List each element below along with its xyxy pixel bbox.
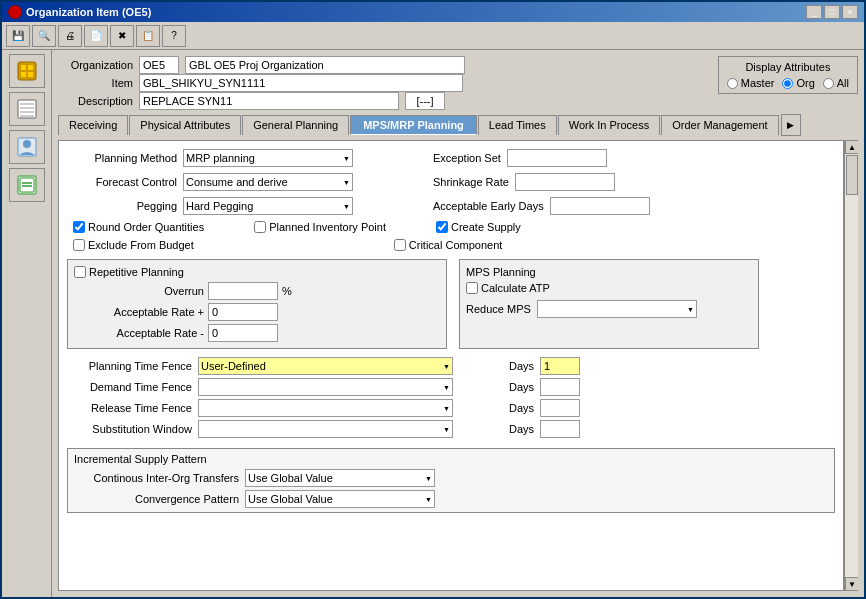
org-name-input[interactable] — [185, 56, 465, 74]
demand-tf-label: Demand Time Fence — [67, 381, 192, 393]
toolbar-delete-button[interactable]: ✖ — [110, 25, 134, 47]
tab-general[interactable]: General Planning — [242, 115, 349, 135]
desc-label: Description — [58, 95, 133, 107]
sidebar-btn-3[interactable] — [9, 130, 45, 164]
continuous-label: Continous Inter-Org Transfers — [74, 472, 239, 484]
panel-content: Planning Method MRP planning MPS plannin… — [67, 149, 835, 582]
demand-tf-select-wrapper: User-Defined — [198, 378, 453, 396]
radio-org: Org — [782, 77, 814, 89]
substitution-window-select[interactable]: User-Defined — [198, 420, 453, 438]
tab-wip[interactable]: Work In Process — [558, 115, 661, 135]
critical-component-checkbox[interactable] — [394, 239, 406, 251]
forecast-control-label: Forecast Control — [67, 176, 177, 188]
reduce-mps-row: Reduce MPS Use Global Value — [466, 300, 752, 318]
demand-tf-row: Demand Time Fence User-Defined Days — [67, 378, 835, 396]
forecast-control-select[interactable]: Consume and derive Consume Derive — [183, 173, 353, 191]
release-tf-select[interactable]: User-Defined — [198, 399, 453, 417]
convergence-select[interactable]: Use Global Value — [245, 490, 435, 508]
continuous-select[interactable]: Use Global Value Yes No — [245, 469, 435, 487]
acceptable-early-days-input[interactable] — [550, 197, 650, 215]
pegging-row: Pegging Hard Pegging Soft Pegging None — [67, 197, 835, 215]
shrinkage-rate-input[interactable] — [515, 173, 615, 191]
left-sidebar — [2, 50, 52, 597]
tab-receiving[interactable]: Receiving — [58, 115, 128, 135]
create-supply-checkbox-label[interactable]: Create Supply — [436, 221, 521, 233]
calculate-atp-label[interactable]: Calculate ATP — [466, 282, 752, 294]
critical-component-checkbox-label[interactable]: Critical Component — [394, 239, 503, 251]
repetitive-checkbox[interactable] — [74, 266, 86, 278]
acceptable-minus-input[interactable] — [208, 324, 278, 342]
acceptable-early-days-label: Acceptable Early Days — [433, 200, 544, 212]
demand-tf-days-label: Days — [509, 381, 534, 393]
desc-input[interactable] — [139, 92, 399, 110]
create-supply-checkbox[interactable] — [436, 221, 448, 233]
scroll-down-button[interactable]: ▼ — [845, 577, 858, 591]
substitution-window-days-input[interactable] — [540, 420, 580, 438]
reduce-mps-select-wrapper: Use Global Value — [537, 300, 697, 318]
svg-rect-4 — [28, 72, 33, 77]
sidebar-btn-4[interactable] — [9, 168, 45, 202]
scrollbar-right: ▲ ▼ — [844, 140, 858, 591]
repetitive-checkbox-label[interactable]: Repetitive Planning — [74, 266, 440, 278]
toolbar-new-button[interactable]: 📄 — [84, 25, 108, 47]
maximize-button[interactable]: □ — [824, 5, 840, 19]
sidebar-btn-2[interactable] — [9, 92, 45, 126]
repetitive-section: Repetitive Planning Overrun % — [67, 259, 447, 349]
content-area: Organization Item Description [---] — [52, 50, 864, 597]
release-tf-select-wrapper: User-Defined — [198, 399, 453, 417]
acceptable-plus-input[interactable] — [208, 303, 278, 321]
demand-tf-select[interactable]: User-Defined — [198, 378, 453, 396]
scroll-track[interactable] — [845, 154, 858, 577]
tab-lead-times[interactable]: Lead Times — [478, 115, 557, 135]
tab-mps-mrp[interactable]: MPS/MRP Planning — [350, 115, 477, 135]
toolbar-save-button[interactable]: 💾 — [6, 25, 30, 47]
sidebar-btn-1[interactable] — [9, 54, 45, 88]
planning-tf-row: Planning Time Fence User-Defined Cumulat… — [67, 357, 835, 375]
round-order-checkbox-label[interactable]: Round Order Quantities — [73, 221, 204, 233]
org-code-input[interactable] — [139, 56, 179, 74]
tab-order-mgmt[interactable]: Order Management — [661, 115, 778, 135]
sidebar-icon-4 — [15, 173, 39, 197]
item-input[interactable] — [139, 74, 463, 92]
toolbar-help-button[interactable]: ? — [162, 25, 186, 47]
radio-master-input[interactable] — [727, 78, 738, 89]
item-label: Item — [58, 77, 133, 89]
exception-set-input[interactable] — [507, 149, 607, 167]
svg-rect-1 — [21, 65, 26, 70]
planning-method-select[interactable]: MRP planning MPS planning Not planned — [183, 149, 353, 167]
substitution-window-days-label: Days — [509, 423, 534, 435]
radio-org-label: Org — [796, 77, 814, 89]
radio-master: Master — [727, 77, 775, 89]
radio-org-input[interactable] — [782, 78, 793, 89]
scroll-up-button[interactable]: ▲ — [845, 140, 858, 154]
planning-tf-days-input[interactable] — [540, 357, 580, 375]
display-attrs-radio-group: Master Org All — [727, 77, 849, 89]
exclude-budget-checkbox-label[interactable]: Exclude From Budget — [73, 239, 194, 251]
calculate-atp-checkbox[interactable] — [466, 282, 478, 294]
incremental-title: Incremental Supply Pattern — [74, 453, 828, 465]
round-order-checkbox[interactable] — [73, 221, 85, 233]
overrun-input[interactable] — [208, 282, 278, 300]
planning-tf-select[interactable]: User-Defined Cumulative mfg lead time Cu… — [198, 357, 453, 375]
convergence-label: Convergence Pattern — [74, 493, 239, 505]
reduce-mps-label: Reduce MPS — [466, 303, 531, 315]
planned-inventory-checkbox[interactable] — [254, 221, 266, 233]
planned-inventory-checkbox-label[interactable]: Planned Inventory Point — [254, 221, 386, 233]
close-button[interactable]: × — [842, 5, 858, 19]
tab-physical[interactable]: Physical Attributes — [129, 115, 241, 135]
pegging-select[interactable]: Hard Pegging Soft Pegging None — [183, 197, 353, 215]
substitution-window-row: Substitution Window User-Defined Days — [67, 420, 835, 438]
minimize-button[interactable]: _ — [806, 5, 822, 19]
tab-arrow-right[interactable]: ▶ — [781, 114, 801, 136]
main-window: Organization Item (OE5) _ □ × 💾 🔍 🖨 📄 ✖ … — [0, 0, 866, 599]
release-tf-days-input[interactable] — [540, 399, 580, 417]
reduce-mps-select[interactable]: Use Global Value — [537, 300, 697, 318]
toolbar-query-button[interactable]: 🔍 — [32, 25, 56, 47]
exclude-budget-checkbox[interactable] — [73, 239, 85, 251]
demand-tf-days-input[interactable] — [540, 378, 580, 396]
top-section: Organization Item Description [---] — [58, 56, 858, 110]
toolbar-copy-button[interactable]: 📋 — [136, 25, 160, 47]
toolbar-print-button[interactable]: 🖨 — [58, 25, 82, 47]
radio-all-input[interactable] — [823, 78, 834, 89]
brackets-button[interactable]: [---] — [405, 92, 445, 110]
